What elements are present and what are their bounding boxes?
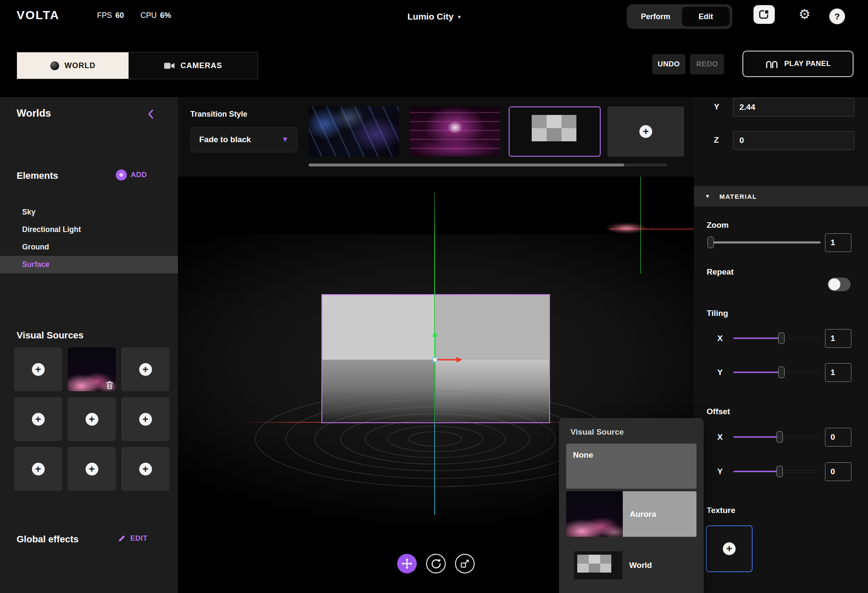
- visual-source-slot[interactable]: +: [68, 397, 116, 441]
- repeat-label: Repeat: [707, 267, 733, 277]
- panels-button[interactable]: [753, 5, 775, 24]
- add-icon: +: [86, 463, 98, 476]
- volta-app: VOLTA FPS60 CPU6% Lumio City ▾ Perform E…: [0, 0, 868, 593]
- visual-source-slot[interactable]: +: [121, 447, 169, 491]
- offset-y-slider[interactable]: [733, 466, 818, 478]
- offset-x-slider[interactable]: [733, 431, 818, 443]
- element-item-ground[interactable]: Ground: [0, 238, 178, 256]
- global-effects-title: Global effects: [17, 534, 78, 545]
- cpu-stat: CPU6%: [140, 11, 171, 20]
- view-tabs: WORLD CAMERAS: [17, 52, 258, 79]
- world-thumbnail-3-selected[interactable]: [509, 106, 601, 157]
- position-z-input[interactable]: 0: [733, 131, 854, 150]
- visual-source-option-none[interactable]: None: [566, 444, 696, 489]
- tab-cameras-label: CAMERAS: [180, 61, 222, 70]
- visual-source-slot[interactable]: +: [14, 447, 62, 491]
- visual-source-option-world[interactable]: World: [566, 544, 696, 587]
- world-checker-preview: [577, 555, 611, 573]
- dropdown-triangle-icon: ▼: [281, 135, 289, 144]
- visual-source-slot[interactable]: +: [121, 397, 169, 441]
- add-icon: +: [723, 542, 736, 555]
- tab-cameras[interactable]: CAMERAS: [129, 52, 258, 79]
- visual-sources-grid: + + + + + + + +: [14, 347, 169, 491]
- visual-source-slot[interactable]: +: [68, 447, 116, 491]
- world-thumbnail-2[interactable]: [410, 106, 500, 157]
- translate-gizmo[interactable]: [432, 331, 462, 363]
- offset-y-label: Y: [717, 467, 723, 476]
- option-aurora-label: Aurora: [630, 510, 656, 519]
- transition-style-value: Fade to black: [199, 135, 251, 144]
- visual-source-slot[interactable]: +: [121, 347, 169, 391]
- help-icon[interactable]: ?: [829, 9, 845, 24]
- add-world-thumbnail[interactable]: +: [607, 106, 684, 157]
- offset-x-slider-thumb[interactable]: [776, 431, 783, 443]
- tiling-y-slider[interactable]: [733, 367, 818, 378]
- zoom-slider[interactable]: [708, 237, 821, 249]
- collapse-chevron-icon[interactable]: [147, 109, 154, 119]
- thumbnail-scrollbar-thumb[interactable]: [309, 163, 624, 166]
- repeat-toggle-knob: [828, 278, 840, 290]
- tiling-x-label: X: [717, 334, 723, 343]
- cpu-value: 6%: [160, 11, 171, 20]
- visual-source-option-aurora[interactable]: Aurora: [566, 491, 696, 537]
- play-panel-icon: [765, 60, 779, 69]
- fps-value: 60: [115, 11, 124, 20]
- visual-source-aurora[interactable]: [68, 347, 116, 391]
- edit-global-effects-button[interactable]: EDIT: [117, 534, 148, 543]
- element-item-sky[interactable]: Sky: [0, 203, 178, 221]
- tiling-x-slider-thumb[interactable]: [778, 332, 785, 344]
- undo-button[interactable]: UNDO: [652, 54, 685, 74]
- visual-source-slot[interactable]: +: [14, 397, 62, 441]
- trash-icon[interactable]: [106, 381, 114, 390]
- repeat-toggle[interactable]: [828, 278, 851, 291]
- position-y-input[interactable]: 2.44: [733, 98, 854, 117]
- add-icon: +: [139, 413, 152, 426]
- element-item-directional-light[interactable]: Directional Light: [0, 221, 178, 238]
- world-thumbnail: [574, 551, 622, 579]
- tiling-y-slider-track: [733, 371, 818, 373]
- play-panel-button[interactable]: PLAY PANEL: [742, 51, 854, 77]
- redo-button[interactable]: REDO: [690, 54, 724, 74]
- tiling-x-slider[interactable]: [733, 332, 818, 344]
- project-selector[interactable]: Lumio City ▾: [407, 11, 461, 22]
- visual-source-slot[interactable]: +: [14, 347, 62, 391]
- scale-tool-button[interactable]: [455, 554, 475, 573]
- add-icon: +: [639, 125, 652, 138]
- inspector-panel: Y 2.44 Z 0 ▼ MATERIAL Zoom 1 Repeat Tili…: [694, 97, 868, 593]
- move-icon: [401, 558, 413, 569]
- offset-y-value-input[interactable]: 0: [825, 462, 851, 481]
- option-world-label: World: [629, 561, 652, 570]
- zoom-slider-thumb[interactable]: [708, 237, 714, 248]
- perform-mode-button[interactable]: Perform: [629, 12, 682, 21]
- camera-icon: [164, 62, 175, 69]
- panels-icon: [759, 9, 770, 20]
- transition-style-dropdown[interactable]: Fade to black ▼: [190, 127, 298, 152]
- zoom-value-input[interactable]: 1: [825, 233, 851, 252]
- add-icon: +: [32, 363, 45, 376]
- zoom-label: Zoom: [707, 221, 729, 230]
- tiling-y-value-input[interactable]: 1: [825, 363, 851, 382]
- tiling-y-label: Y: [717, 368, 723, 377]
- volta-logo: VOLTA: [17, 9, 60, 22]
- offset-y-slider-thumb[interactable]: [776, 466, 783, 477]
- visual-sources-title: Visual Sources: [17, 330, 83, 341]
- texture-slot[interactable]: +: [706, 525, 753, 572]
- add-icon: +: [116, 169, 127, 180]
- edit-mode-button[interactable]: Edit: [682, 7, 730, 26]
- offset-x-value-input[interactable]: 0: [825, 428, 851, 447]
- tiling-x-value-input[interactable]: 1: [825, 329, 851, 348]
- gear-icon[interactable]: ⚙: [799, 8, 811, 21]
- world-thumbnail-1[interactable]: [309, 106, 399, 157]
- add-icon: +: [139, 363, 152, 376]
- thumbnail-scrollbar: [309, 163, 667, 166]
- section-triangle-icon: ▼: [705, 193, 710, 199]
- tiling-y-slider-thumb[interactable]: [778, 367, 785, 378]
- add-element-button[interactable]: + ADD: [116, 169, 147, 180]
- rotate-tool-button[interactable]: [426, 554, 446, 573]
- worlds-title: Worlds: [17, 107, 51, 119]
- element-item-surface[interactable]: Surface: [0, 256, 178, 273]
- material-section-header[interactable]: ▼ MATERIAL: [694, 186, 868, 206]
- pencil-icon: [117, 534, 126, 543]
- move-tool-button[interactable]: [397, 554, 417, 573]
- tab-world[interactable]: WORLD: [17, 52, 129, 79]
